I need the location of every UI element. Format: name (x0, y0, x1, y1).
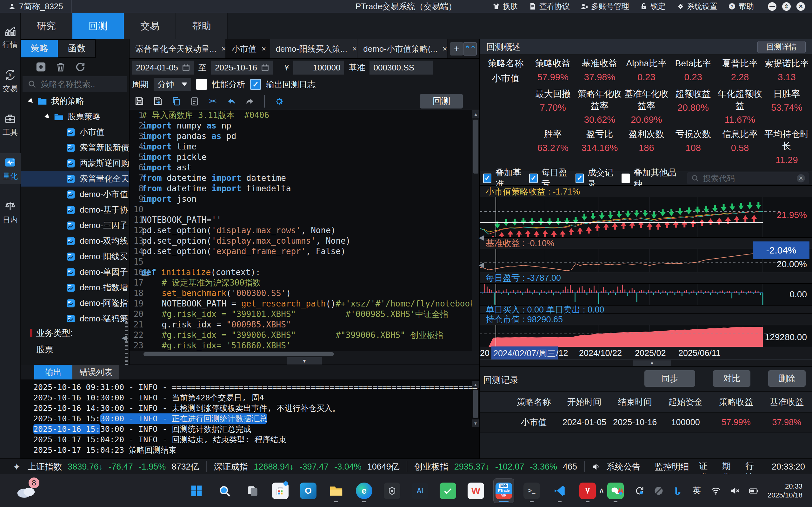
taskbar-app-todo[interactable] (438, 479, 458, 503)
close-tab-icon[interactable]: × (262, 44, 266, 53)
daily-pnl-chart[interactable]: 0.00 (480, 283, 812, 305)
cut-icon[interactable]: ✂ (208, 96, 218, 107)
menu-help[interactable]: ? 帮助 (728, 1, 754, 11)
rail-item-intraday[interactable]: 日内 (0, 197, 21, 228)
taskbar-app-vscode[interactable] (549, 479, 570, 503)
editor-horizontal-scrollbar[interactable] (129, 351, 479, 357)
capital-input[interactable]: 100000 (293, 61, 344, 74)
nav-tab-2[interactable]: 交易 (124, 13, 176, 39)
tree-item-14[interactable]: demo-猛犸策 (21, 311, 129, 322)
tree-item-3[interactable]: 索普新股新债 (21, 140, 129, 156)
sync-tray-icon[interactable] (634, 486, 645, 496)
run-backtest-button[interactable]: 回测 (420, 94, 463, 109)
minimize-button[interactable]: — (768, 2, 776, 11)
save-button[interactable] (134, 96, 145, 107)
collapse-up-icon[interactable]: ⌃⌃ (463, 42, 477, 56)
pin-icon[interactable]: ✦ (0, 461, 21, 472)
records-row-0[interactable]: 小市值2024-01-052025-10-16 10000057.99%37.9… (480, 412, 812, 433)
redo-icon[interactable] (245, 96, 255, 107)
refresh-strategy-button[interactable] (74, 61, 86, 73)
taskbar-app-ai-app[interactable]: AI (410, 479, 430, 503)
editor-vertical-scrollbar[interactable]: ▲ (472, 110, 479, 351)
benchmark-return-chart[interactable]: -2.04% 20.00% (480, 249, 812, 272)
tree-item-0[interactable]: 我的策略 (21, 93, 129, 109)
records-button-1[interactable]: 对比 (713, 370, 750, 387)
output-tab-1[interactable]: 错误列表 (72, 365, 119, 380)
taskbar-app-terminal[interactable]: >_ (522, 479, 542, 503)
strategy-return-chart[interactable]: 21.95% (480, 197, 812, 237)
clear-search-icon[interactable]: ✕ (797, 174, 805, 182)
weather-cloud-icon[interactable]: 8 (15, 480, 38, 500)
rail-item-trade[interactable]: ¥交易 (0, 66, 21, 97)
tree-item-5[interactable]: 索普量化全天 (21, 171, 129, 186)
monitor-detail-link[interactable]: 监控明细 (648, 461, 696, 472)
strategy-panel-tab-0[interactable]: 策略 (21, 39, 58, 58)
tree-item-7[interactable]: demo-基于协 (21, 202, 129, 218)
editor-tab-1[interactable]: 小市值 × (226, 39, 270, 58)
end-date-input[interactable]: 2025-10-16 (211, 61, 273, 74)
taskbar-app-store[interactable] (270, 479, 290, 503)
close-tab-icon[interactable]: × (222, 44, 226, 53)
bing-tray-icon[interactable] (672, 486, 683, 496)
tree-item-1[interactable]: 股票策略 (21, 109, 129, 124)
calendar-icon[interactable] (182, 63, 190, 72)
performance-checkbox[interactable] (196, 79, 207, 90)
log-output[interactable]: 2025-10-16 09:31:00 - INFO - ===========… (21, 380, 479, 458)
new-tab-button[interactable]: + (450, 42, 463, 56)
output-log-checkbox[interactable]: ✓ (250, 79, 261, 90)
user-account[interactable]: 7简称_8325 (0, 0, 72, 13)
code-area[interactable]: 1# 导入函数库 3.11版本 #0406 2import numpy as n… (129, 110, 472, 351)
close-button[interactable]: ✕ (797, 2, 805, 11)
collapse-right-panel-icon[interactable]: ◀ (479, 261, 484, 269)
save-as-button[interactable] (152, 96, 163, 107)
restore-button[interactable]: ⇕ (782, 2, 791, 11)
benchmark-input[interactable]: 000300.SS (370, 61, 433, 74)
records-button-2[interactable]: 删除 (768, 370, 806, 387)
index-0[interactable]: 上证指数 3839.76↓ -76.47-1.95% 8732亿 (21, 461, 206, 472)
tree-item-6[interactable]: demo-小市值 (21, 186, 129, 202)
rail-item-tools[interactable]: 工具 (0, 109, 21, 140)
tree-item-9[interactable]: demo-双均线 (21, 233, 129, 249)
scroll-up-icon[interactable]: ▲ (472, 110, 479, 118)
undo-icon[interactable] (226, 96, 237, 107)
taskbar-app-red-v[interactable] (578, 479, 598, 503)
tree-expand-arrow[interactable] (44, 113, 51, 120)
records-button-0[interactable]: 同步 (644, 370, 695, 387)
taskbar-app-search[interactable] (214, 479, 234, 503)
period-select[interactable]: 分钟 (154, 78, 191, 91)
menu-skin[interactable]: 换肤 (492, 1, 518, 11)
backtest-detail-button[interactable]: 回测详情 (757, 41, 806, 53)
overlay-checkbox[interactable]: ✓ (529, 174, 537, 183)
menu-lock[interactable]: 锁定 (640, 1, 666, 11)
output-scrollbar[interactable]: ▲ ▼ (472, 381, 479, 456)
tree-item-12[interactable]: demo-指数增 (21, 280, 129, 295)
tree-item-2[interactable]: 小市值 (21, 124, 129, 140)
paste-button[interactable] (189, 96, 200, 107)
input-language-indicator[interactable]: 英 (691, 486, 702, 496)
scroll-down-icon[interactable]: ▼ (633, 360, 671, 366)
position-value-chart[interactable]: 129280.00 (480, 325, 812, 347)
overlay-checkbox[interactable]: ✓ (483, 174, 491, 183)
tree-item-11[interactable]: demo-单因子 (21, 264, 129, 280)
nav-tab-3[interactable]: 帮助 (176, 13, 228, 39)
pen-disabled-tray-icon[interactable] (653, 486, 664, 496)
start-date-input[interactable]: 2024-01-05 (132, 61, 194, 74)
tree-item-8[interactable]: demo-三因子 (21, 218, 129, 233)
chart-scrollbar[interactable]: ▼ (480, 359, 812, 367)
code-search-input[interactable]: 搜索代码 ✕ (687, 172, 809, 184)
taskbar-app-wps[interactable]: W (466, 479, 486, 503)
taskbar-app-outlook[interactable]: O (298, 479, 318, 503)
taskbar-clock[interactable]: 20:33 2025/10/18 (767, 482, 803, 500)
rail-item-quant[interactable]: 量化 (0, 153, 21, 184)
wps-tray-icon[interactable] (615, 486, 626, 496)
add-strategy-button[interactable] (35, 61, 47, 73)
nav-tab-0[interactable]: 研究 (21, 13, 72, 39)
wifi-icon[interactable] (710, 486, 721, 496)
index-1[interactable]: 深证成指 12688.94↓ -397.47-3.04% 10649亿 (207, 461, 406, 472)
editor-tab-3[interactable]: demo-小市值策略(... × (358, 39, 447, 58)
battery-icon[interactable] (749, 486, 759, 496)
delete-strategy-button[interactable] (55, 61, 66, 73)
close-tab-icon[interactable]: × (353, 44, 357, 53)
calendar-icon[interactable] (261, 63, 269, 72)
volume-muted-icon[interactable] (729, 486, 740, 496)
